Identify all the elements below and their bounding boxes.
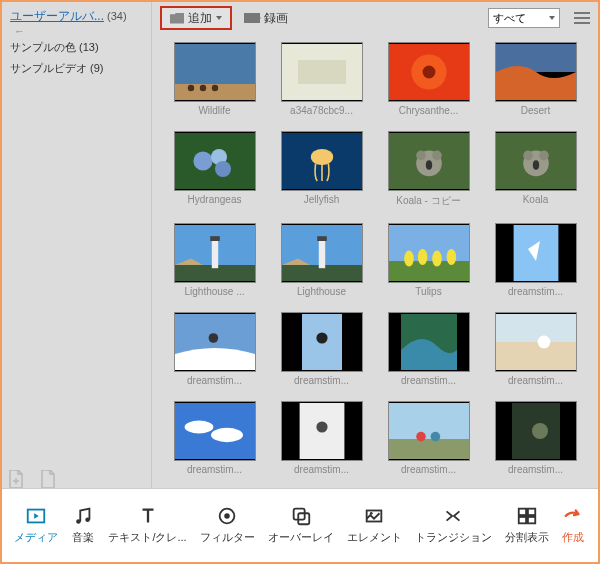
thumbnail[interactable] [281,223,363,283]
media-caption: Koala [495,194,577,205]
sidebar-item[interactable]: サンプルビデオ (9) [10,58,143,79]
media-caption: dreamstim... [388,464,470,475]
svg-point-25 [539,151,549,161]
tab-element[interactable]: エレメント [347,504,402,545]
thumbnail[interactable] [495,42,577,102]
sidebar-item[interactable]: サンプルの色 (13) [10,37,143,58]
media-caption: dreamstim... [281,464,363,475]
folder-icon [170,13,184,24]
transition-icon [441,504,465,528]
svg-point-62 [430,432,440,442]
overlay-icon [289,504,313,528]
svg-point-21 [425,160,431,170]
svg-point-26 [532,160,538,170]
svg-point-14 [215,161,231,177]
tab-filter[interactable]: フィルター [200,504,255,545]
media-item[interactable]: dreamstim... [168,401,261,480]
thumbnail[interactable] [388,131,470,191]
svg-point-37 [404,251,414,267]
thumbnail[interactable] [388,312,470,372]
svg-point-67 [77,519,82,524]
media-item[interactable]: dreamstim... [168,312,261,391]
thumbnail[interactable] [174,223,256,283]
tab-create[interactable]: 作成 [561,504,585,545]
media-caption: dreamstim... [495,286,577,297]
media-icon [24,504,48,528]
svg-point-40 [446,249,456,265]
thumbnail[interactable] [174,42,256,102]
svg-point-65 [532,423,548,439]
media-item[interactable]: dreamstim... [275,312,368,391]
media-item[interactable]: dreamstim... [275,401,368,480]
tab-label: 音楽 [72,530,94,545]
thumbnail[interactable] [174,401,256,461]
svg-rect-77 [518,517,525,523]
thumbnail[interactable] [388,223,470,283]
svg-point-2 [187,85,193,91]
album-count: (34) [107,10,127,22]
media-item[interactable]: a34a78cbc9... [275,42,368,121]
record-label: 録画 [264,10,288,27]
media-item[interactable]: Lighthouse [275,223,368,302]
media-caption: dreamstim... [495,464,577,475]
media-item[interactable]: Koala - コピー [382,131,475,213]
media-item[interactable]: Hydrangeas [168,131,261,213]
media-item[interactable]: Jellyfish [275,131,368,213]
media-item[interactable]: Tulips [382,223,475,302]
thumbnail[interactable] [388,401,470,461]
svg-point-54 [184,421,213,434]
filter-dropdown[interactable]: すべて [488,8,560,28]
svg-rect-51 [496,342,576,370]
svg-point-70 [224,513,230,519]
thumbnail[interactable] [281,131,363,191]
thumbnail[interactable] [495,401,577,461]
media-caption: dreamstim... [174,375,256,386]
tab-label: メディア [14,530,58,545]
thumbnail[interactable] [281,312,363,372]
record-button[interactable]: 録画 [240,10,292,27]
tab-split[interactable]: 分割表示 [505,504,549,545]
media-item[interactable]: dreamstim... [382,401,475,480]
media-item[interactable]: Wildlife [168,42,261,121]
file-icon[interactable] [40,470,56,488]
media-item[interactable]: dreamstim... [489,223,582,302]
thumbnail[interactable] [281,42,363,102]
tab-music[interactable]: 音楽 [71,504,95,545]
menu-icon[interactable] [574,12,590,24]
thumbnail[interactable] [495,223,577,283]
thumbnail[interactable] [495,312,577,372]
thumbnail[interactable] [281,401,363,461]
new-file-icon[interactable] [8,470,24,488]
filter-icon [215,504,239,528]
media-item[interactable]: dreamstim... [489,401,582,480]
media-item[interactable]: Lighthouse ... [168,223,261,302]
tab-transition[interactable]: トランジション [415,504,492,545]
media-caption: Tulips [388,286,470,297]
thumbnail[interactable] [174,131,256,191]
svg-rect-76 [527,509,534,515]
sidebar-header[interactable]: ユーザーアルバ... (34) ← [10,8,143,37]
media-item[interactable]: Chrysanthe... [382,42,475,121]
chevron-down-icon [549,16,555,20]
svg-rect-6 [298,60,346,84]
media-item[interactable]: Koala [489,131,582,213]
thumbnail[interactable] [388,42,470,102]
media-item[interactable]: Desert [489,42,582,121]
svg-point-38 [417,249,427,265]
tab-text[interactable]: テキスト/クレ... [108,504,186,545]
svg-rect-29 [211,239,217,268]
svg-point-24 [523,151,533,161]
media-item[interactable]: dreamstim... [382,312,475,391]
camera-icon [244,13,260,23]
thumbnail[interactable] [495,131,577,191]
split-icon [515,504,539,528]
thumbnail[interactable] [174,312,256,372]
media-caption: Desert [495,105,577,116]
svg-rect-34 [317,236,327,241]
tab-overlay[interactable]: オーバーレイ [268,504,334,545]
media-item[interactable]: dreamstim... [489,312,582,391]
add-button[interactable]: 追加 [160,6,232,30]
tab-media[interactable]: メディア [14,504,58,545]
media-caption: dreamstim... [495,375,577,386]
media-caption: Hydrangeas [174,194,256,205]
